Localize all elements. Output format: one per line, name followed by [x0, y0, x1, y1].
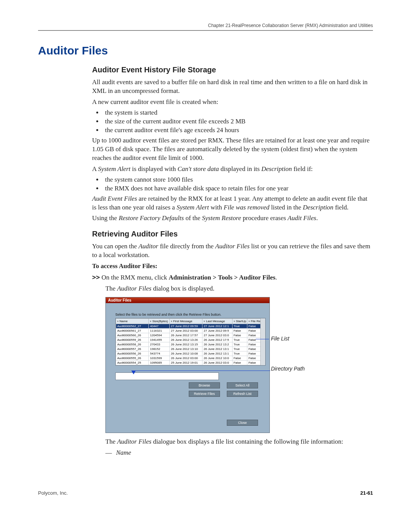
table-cell: 26 June 2012 03:00	[170, 356, 202, 361]
select-all-button[interactable]: Select All	[227, 382, 258, 388]
table-cell: 1941455	[149, 338, 170, 342]
section-heading-storage: Auditor Event History File Storage	[92, 66, 373, 74]
table-cell: 1116321	[149, 329, 170, 333]
table-row[interactable]: Audit0000556_2654377426 June 2012 10:082…	[116, 351, 265, 356]
table-cell: 198152	[149, 347, 170, 351]
col-size[interactable]: Size(Bytes)	[149, 319, 170, 324]
table-cell: False	[232, 361, 247, 365]
table-cell: 27 June 2012 09:5	[202, 329, 232, 333]
list-item: the system cannot store 1000 files	[103, 176, 373, 184]
table-cell: 26 June 2012 13:10	[170, 347, 202, 351]
dialog-instruction: Select the files to be retrieved and the…	[115, 313, 266, 316]
col-startup[interactable]: StartUp	[232, 319, 247, 324]
table-cell: 26 June 2012 13:15	[170, 342, 202, 347]
col-first[interactable]: First Message	[170, 319, 202, 324]
table-row[interactable]: Audit0000558_2627043326 June 2012 13:152…	[116, 342, 265, 347]
chapter-header: Chapter 21-RealPresence Collaboration Se…	[38, 23, 373, 30]
table-row[interactable]: Audit0000555_26103159926 June 2012 03:00…	[116, 356, 265, 361]
table-header-row: Name Size(Bytes) First Message Last Mess…	[116, 319, 265, 324]
footer-company: Polycom, Inc.	[38, 490, 68, 496]
table-cell: True	[232, 351, 247, 356]
table-cell: True	[232, 342, 247, 347]
table-cell: 26 June 2012 13:1	[202, 351, 232, 356]
table-cell: 40447	[149, 324, 170, 329]
table-row[interactable]: Audit0000554_25109508525 June 2012 19:01…	[116, 361, 265, 365]
table-cell: 26 June 2012 13:1	[202, 347, 232, 351]
list-item: the current auditor event file's age exc…	[103, 126, 373, 134]
table-cell: 543774	[149, 351, 170, 356]
table-row[interactable]: Audit0000559_26194145526 June 2012 13:26…	[116, 338, 265, 342]
step: >> On the RMX menu, click Administration…	[92, 273, 373, 282]
table-row[interactable]: Audit0000562_274044727 June 2012 09:5927…	[116, 324, 265, 329]
table-cell: 26 June 2012 17:5	[202, 338, 232, 342]
table-cell: Audit0000557_26	[116, 347, 149, 351]
table-cell: 26 June 2012 13:26	[170, 338, 202, 342]
table-cell: 25 June 2012 19:01	[170, 361, 202, 365]
table-cell: 27 June 2012 09:59	[170, 324, 202, 329]
col-name[interactable]: Name	[116, 319, 149, 324]
auditor-files-dialog-figure: Auditor Files Select the files to be ret…	[92, 297, 373, 433]
procedure-heading: To access Auditor Files:	[92, 262, 373, 271]
dialog-title: Auditor Files	[106, 297, 269, 303]
directory-path-input[interactable]	[115, 372, 219, 380]
table-cell: 1204594	[149, 333, 170, 338]
para: Using the Restore Factory Defaults of th…	[92, 214, 373, 223]
close-button[interactable]: Close	[227, 420, 258, 426]
table-cell: 26 June 2012 10:08	[170, 351, 202, 356]
retrieve-files-button[interactable]: Retrieve Files	[189, 391, 220, 397]
table-cell: True	[232, 338, 247, 342]
table-cell: 1031599	[149, 356, 170, 361]
table-row[interactable]: Audit0000557_2619815226 June 2012 13:102…	[116, 347, 265, 351]
list-item: the system is started	[103, 109, 373, 117]
table-cell: 27 June 2012 03:00	[170, 329, 202, 333]
table-cell: 26 June 2012 10:0	[202, 356, 232, 361]
table-row[interactable]: Audit0000561_27111632127 June 2012 03:00…	[116, 329, 265, 333]
table-cell: 27 June 2012 12:1	[202, 324, 232, 329]
para: Audit Event Files are retained by the RM…	[92, 195, 373, 212]
para: A new current auditor event file is crea…	[92, 98, 373, 107]
section-heading-retrieving: Retrieving Auditor Files	[92, 230, 373, 238]
file-list-pane[interactable]: Name Size(Bytes) First Message Last Mess…	[115, 318, 266, 366]
annotation-directory-path: Directory Path	[271, 366, 305, 372]
auditor-files-table[interactable]: Name Size(Bytes) First Message Last Mess…	[116, 318, 265, 365]
table-cell: Audit0000560_26	[116, 333, 149, 338]
page-title: Auditor Files	[38, 44, 373, 57]
table-cell: False	[232, 329, 247, 333]
table-cell: Audit0000559_26	[116, 338, 149, 342]
para: You can open the Auditor file directly f…	[92, 242, 373, 260]
table-cell: Audit0000558_26	[116, 342, 149, 347]
para: The Auditor Files dialogue box displays …	[92, 438, 373, 446]
table-cell: Audit0000561_27	[116, 329, 149, 333]
annotation-line	[133, 371, 270, 371]
table-row[interactable]: Audit0000560_26120459426 June 2012 17:57…	[116, 333, 265, 338]
step-result: The Auditor Files dialog box is displaye…	[92, 284, 373, 293]
table-cell: 27 June 2012 03:0	[202, 333, 232, 338]
table-cell: Audit0000562_27	[116, 324, 149, 329]
table-cell: False	[232, 333, 247, 338]
para: A System Alert is displayed with Can't s…	[92, 165, 373, 174]
table-cell: 26 June 2012 17:57	[170, 333, 202, 338]
scrollbar[interactable]	[260, 318, 265, 365]
browse-button[interactable]: Browse	[189, 382, 220, 388]
auditor-files-dialog: Auditor Files Select the files to be ret…	[105, 297, 270, 433]
step-arrow-icon: >>	[92, 273, 100, 281]
refresh-list-button[interactable]: Refresh List	[227, 391, 258, 397]
table-cell: 26 June 2012 13:2	[202, 342, 232, 347]
table-cell: True	[232, 347, 247, 351]
list-item: the size of the current auditor event fi…	[103, 118, 373, 125]
table-cell: 270433	[149, 342, 170, 347]
para: Up to 1000 auditor event files are store…	[92, 136, 373, 163]
bullet-list: the system cannot store 1000 files the R…	[92, 176, 373, 192]
col-last[interactable]: Last Message	[202, 319, 232, 324]
table-cell: Audit0000556_26	[116, 351, 149, 356]
table-cell: True	[232, 324, 247, 329]
header-rule	[38, 30, 373, 31]
table-cell: Audit0000555_26	[116, 356, 149, 361]
table-cell: Audit0000554_25	[116, 361, 149, 365]
annotation-arrow-icon	[131, 371, 136, 374]
annotation-line	[256, 339, 269, 339]
page-footer: Polycom, Inc. 21-61	[38, 490, 373, 496]
bullet-list: the system is started the size of the cu…	[92, 109, 373, 134]
table-cell: False	[232, 356, 247, 361]
annotation-file-list: File List	[271, 335, 289, 342]
